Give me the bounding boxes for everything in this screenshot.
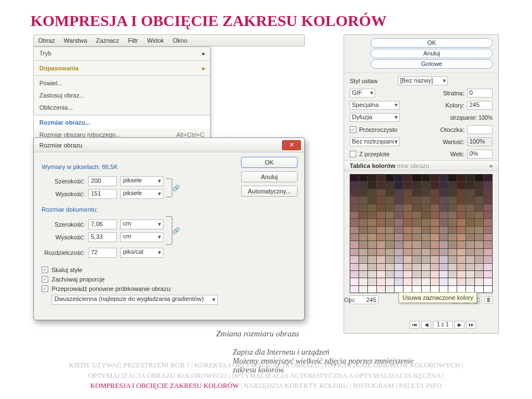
menu-warstwa[interactable]: Warstwa xyxy=(59,37,91,44)
menu-okno[interactable]: Okno xyxy=(168,37,192,44)
auto-button[interactable]: Automatyczny... xyxy=(241,186,298,197)
sfw-cancel-button[interactable]: Anuluj xyxy=(371,49,493,58)
nav-last[interactable]: ⏭ xyxy=(466,321,476,329)
pixel-dim-label: Wymiary w pikselach: xyxy=(42,163,100,170)
image-size-dialog: Rozmiar obrazu ✕ OK Anuluj Automatyczny.… xyxy=(33,137,305,320)
width-cm-input[interactable]: 7,06 xyxy=(88,219,117,229)
nav-prev[interactable]: ◀ xyxy=(421,321,431,329)
res-unit[interactable]: piks/cal xyxy=(120,248,163,258)
menu-obraz[interactable]: Obraz xyxy=(34,37,59,44)
nav-first[interactable]: ⏮ xyxy=(410,321,420,329)
format-select[interactable]: GIF xyxy=(350,89,375,98)
nav-status: 1 z 1 xyxy=(433,321,453,329)
unit-px-h[interactable]: piksele xyxy=(120,189,163,199)
close-icon[interactable]: ✕ xyxy=(282,140,301,150)
resample-method[interactable]: Dwusześcienna (najlepsze do wygładzania … xyxy=(52,295,218,305)
cb-transparency[interactable]: ✓ xyxy=(350,126,356,133)
page-title: KOMPRESJA I OBCIĘCIE ZAKRESU KOLORÓW xyxy=(0,0,532,30)
matte-select[interactable] xyxy=(467,125,493,134)
web-snap[interactable]: 0% xyxy=(467,150,493,158)
width-px-input[interactable]: 200 xyxy=(88,176,117,186)
tooltip: Usuwa zaznaczone kolory xyxy=(398,292,477,303)
dd-dopasowania[interactable]: Dopasowania xyxy=(34,62,210,74)
opc-label: Opc xyxy=(344,296,355,303)
menu-filtr[interactable]: Filtr xyxy=(124,37,142,44)
amount-input: 100% xyxy=(467,137,493,146)
save-for-web-panel: OK Anuluj Gotowe Styl ustaw[Bez nazwy] G… xyxy=(344,34,499,334)
height-cm-input[interactable]: 5,33 xyxy=(88,232,117,242)
dd-zastosuj[interactable]: Zastosuj obraz... xyxy=(34,89,210,101)
sfw-ok-button[interactable]: OK xyxy=(371,38,493,48)
dialog-title: Rozmiar obrazu xyxy=(39,142,83,149)
cancel-button[interactable]: Anuluj xyxy=(241,171,298,182)
chevron-icon[interactable]: » xyxy=(489,162,493,169)
link-icon-2[interactable]: 🔗 xyxy=(172,227,179,234)
menu-zaznacz[interactable]: Zaznacz xyxy=(91,37,124,44)
dd-powiel[interactable]: Powiel... xyxy=(34,77,210,89)
height-px-input[interactable]: 151 xyxy=(88,189,117,199)
menu-widok[interactable]: Widok xyxy=(142,37,168,44)
unit-px-w[interactable]: piksele xyxy=(120,176,163,186)
dd-rozmiar-obrazu[interactable]: Rozmiar obrazu... xyxy=(34,116,210,129)
cb-interlace[interactable] xyxy=(350,151,356,157)
resolution-input[interactable]: 72 xyxy=(88,248,117,258)
reduction-select[interactable]: Specjalna xyxy=(350,101,400,110)
caption-resize: Zmiana rozmiaru obrazu xyxy=(216,329,299,339)
color-table[interactable] xyxy=(350,174,493,293)
dither-select[interactable]: Dyfuzja xyxy=(350,113,400,122)
ok-button[interactable]: OK xyxy=(241,157,298,168)
lossy-input[interactable]: 0 xyxy=(467,89,493,98)
doc-size-label: Rozmiar dokumentu: xyxy=(42,206,296,213)
dd-obliczenia[interactable]: Obliczenia... xyxy=(34,101,210,114)
cb-resample[interactable]: ✓Przeprowadź ponowne próbkowanie obrazu: xyxy=(42,285,296,292)
link-icon[interactable]: 🔗 xyxy=(172,185,179,191)
nav-next[interactable]: ▶ xyxy=(454,321,464,329)
obraz-dropdown: Tryb Dopasowania Powiel... Zastosuj obra… xyxy=(33,47,211,141)
cb-scale-styles[interactable]: ✓Skaluj style xyxy=(42,267,296,273)
trans-dither[interactable]: Bez roztrząsani.. xyxy=(350,137,400,146)
preset-select[interactable]: [Bez nazwy] xyxy=(398,76,448,85)
unit-cm-w[interactable]: cm xyxy=(120,219,163,229)
trash-icon[interactable]: 🗑 xyxy=(484,296,493,304)
dd-tryb[interactable]: Tryb xyxy=(34,47,210,59)
menubar[interactable]: Obraz Warstwa Zaznacz Filtr Widok Okno xyxy=(33,34,305,47)
unit-cm-h[interactable]: cm xyxy=(120,232,163,242)
colors-input[interactable]: 245 xyxy=(467,101,493,110)
breadcrumb: KIEDY UŻYWAĆ PRZESTRZENI RGB ? | KOREKTA… xyxy=(0,360,532,391)
cb-constrain[interactable]: ✓Zachowaj proporcje xyxy=(42,276,296,283)
sfw-done-button[interactable]: Gotowe xyxy=(371,59,493,69)
